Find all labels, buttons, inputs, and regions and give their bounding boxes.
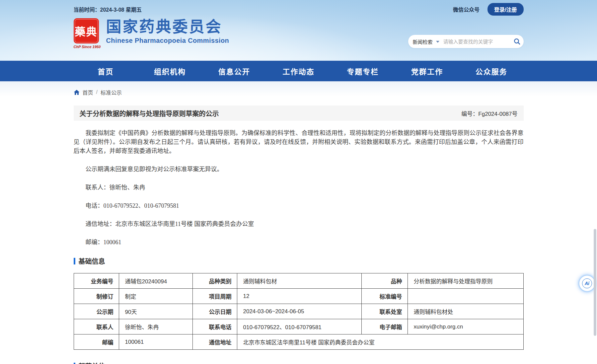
info-value-cell: 制定 (119, 289, 192, 304)
info-label-cell: 公示期 (74, 304, 119, 319)
info-label-cell: 标准编号 (361, 289, 408, 304)
site-logo-link[interactable]: 藥典 ChP Since 1950 国家药典委员会 Chinese Pharma… (74, 18, 229, 49)
ai-icon: Ai (582, 278, 592, 288)
search-input[interactable] (443, 38, 510, 45)
info-label-cell: 联系电话 (192, 319, 237, 334)
table-row: 制修订 制定 项目周期 12 标准编号 (74, 289, 523, 304)
ai-assistant-button[interactable]: Ai (579, 275, 595, 291)
article-paragraph: 公示期满未回复意见即视为对公示标准草案无异议。 (74, 165, 524, 174)
breadcrumb-strip: 首页 / 标准公示 (0, 81, 597, 102)
main-content: 关于分析数据的解释与处理指导原则草案的公示 编号：Fg2024-0087号 我委… (74, 106, 524, 364)
document-title-bar: 关于分析数据的解释与处理指导原则草案的公示 编号：Fg2024-0087号 (74, 106, 524, 121)
drafting-unit-section-title: 起草单位 (79, 361, 105, 364)
info-value-cell: 通辅包20240094 (119, 273, 192, 289)
article-paragraph-postcode: 邮编：100061 (74, 238, 524, 247)
nav-item-information[interactable]: 信息公开 (202, 61, 266, 81)
info-value-cell: 徐昕怡、朱冉 (119, 319, 192, 334)
top-utility-bar: 当前时间：2024-3-08 星期五 微信公众号 登录/注册 (74, 0, 524, 14)
info-label-cell: 电子邮箱 (361, 319, 408, 334)
table-row: 公示期 90天 公示日期 2024-03-06~2024-06-05 联系处室 … (74, 304, 523, 319)
info-value-cell: 通则辅料包材处 (408, 304, 523, 319)
pharmacopoeia-seal-logo-icon: 藥典 (74, 18, 99, 43)
logo-caption: ChP Since 1950 (74, 45, 100, 49)
main-navigation: 首页 组织机构 信息公开 工作动态 专题专栏 党群工作 公众服务 (0, 61, 597, 81)
info-label-cell: 业务编号 (74, 273, 119, 289)
nav-item-work-news[interactable]: 工作动态 (266, 61, 331, 81)
info-label-cell: 品种 (361, 273, 408, 289)
article-body: 我委拟制定《中国药典》分析数据的解释与处理指导原则。为确保标准的科学性、合理性和… (74, 129, 524, 247)
info-value-cell: 100061 (119, 334, 192, 350)
basic-info-table: 业务编号 通辅包20240094 品种类别 通则辅料包材 品种 分析数据的解释与… (74, 273, 524, 350)
vertical-scrollbar-thumb[interactable] (594, 229, 596, 336)
document-title: 关于分析数据的解释与处理指导原则草案的公示 (80, 109, 219, 118)
info-label-cell: 联系人 (74, 319, 119, 334)
table-row: 邮编 100061 通信地址 北京市东城区法华南里11号楼 国家药典委员会办公室 (74, 334, 523, 350)
table-row: 联系人 徐昕怡、朱冉 联系电话 010-67079522、010-6707958… (74, 319, 523, 334)
info-value-cell: xuxinyi@chp.org.cn (408, 319, 523, 334)
search-button[interactable] (513, 38, 521, 45)
breadcrumb-current: 标准公示 (101, 88, 122, 96)
search-bar: 新闻检索 (408, 35, 524, 48)
site-header: 藥典 ChP Since 1950 国家药典委员会 Chinese Pharma… (74, 14, 524, 49)
breadcrumb-separator: / (96, 89, 98, 95)
current-time-label: 当前时间：2024-3-08 星期五 (74, 5, 142, 13)
document-number: 编号：Fg2024-0087号 (461, 109, 517, 117)
basic-info-section-title: 基础信息 (79, 256, 105, 266)
login-register-button[interactable]: 登录/注册 (487, 3, 523, 16)
info-value-cell: 010-67079522、010-67079581 (237, 319, 361, 334)
info-value-cell: 通则辅料包材 (237, 273, 361, 289)
breadcrumb-home-link[interactable]: 首页 (83, 88, 93, 96)
chevron-down-icon[interactable] (436, 41, 439, 43)
info-label-cell: 品种类别 (192, 273, 237, 289)
drafting-unit-section-header: 起草单位 (74, 361, 524, 364)
info-value-cell: 2024-03-06~2024-06-05 (237, 304, 361, 319)
nav-item-party-work[interactable]: 党群工作 (395, 61, 459, 81)
search-category-select[interactable]: 新闻检索 (413, 38, 433, 45)
info-label-cell: 邮编 (74, 334, 119, 350)
article-paragraph-contact-person: 联系人：徐昕怡、朱冉 (74, 183, 524, 192)
info-label-cell: 通信地址 (192, 334, 237, 350)
nav-item-home[interactable]: 首页 (74, 61, 138, 81)
info-value-cell: 分析数据的解释与处理指导原则 (408, 273, 523, 289)
table-row: 业务编号 通辅包20240094 品种类别 通则辅料包材 品种 分析数据的解释与… (74, 273, 523, 289)
info-value-cell: 12 (237, 289, 361, 304)
article-paragraph-address: 通信地址：北京市东城区法华南里11号楼 国家药典委员会办公室 (74, 220, 524, 229)
header-sky-banner: 当前时间：2024-3-08 星期五 微信公众号 登录/注册 藥典 ChP Si… (0, 0, 597, 61)
info-label-cell: 制修订 (74, 289, 119, 304)
home-icon (74, 90, 80, 95)
basic-info-section-header: 基础信息 (74, 256, 524, 266)
site-title: 国家药典委员会 (106, 18, 229, 35)
site-title-english: Chinese Pharmacopoeia Commission (106, 37, 229, 44)
info-label-cell: 联系处室 (361, 304, 408, 319)
search-icon (513, 38, 521, 45)
article-paragraph-phone: 电话：010-67079522、010-67079581 (74, 201, 524, 210)
article-paragraph: 我委拟制定《中国药典》分析数据的解释与处理指导原则。为确保标准的科学性、合理性和… (74, 129, 524, 156)
nav-item-organization[interactable]: 组织机构 (138, 61, 202, 81)
info-label-cell: 项目周期 (192, 289, 237, 304)
section-accent-bar (74, 363, 75, 364)
section-accent-bar (74, 258, 75, 264)
nav-item-special-topics[interactable]: 专题专栏 (331, 61, 395, 81)
nav-item-public-service[interactable]: 公众服务 (459, 61, 524, 81)
info-label-cell: 公示日期 (192, 304, 237, 319)
wechat-official-link[interactable]: 微信公众号 (453, 5, 480, 13)
info-value-cell (408, 289, 523, 304)
info-value-cell: 90天 (119, 304, 192, 319)
info-value-cell: 北京市东城区法华南里11号楼 国家药典委员会办公室 (237, 334, 523, 350)
breadcrumb: 首页 / 标准公示 (74, 81, 524, 102)
